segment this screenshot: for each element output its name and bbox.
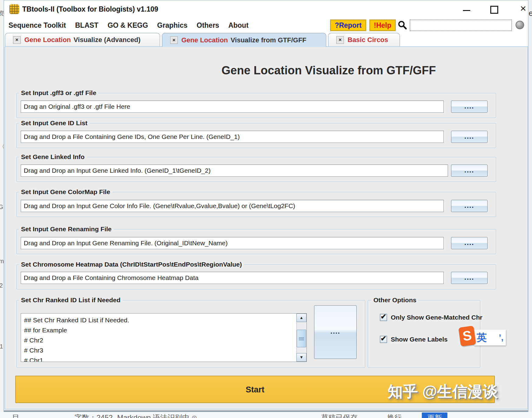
checkbox-show-gene-labels[interactable]: ✔	[380, 336, 387, 343]
chromosome-heatmap-field[interactable]	[21, 272, 444, 284]
menu-go-kegg[interactable]: GO & KEGG	[103, 18, 152, 33]
tab-gene-location-visualize-gtf-gff[interactable]: × Gene Location Visualize from GTF/GFF	[162, 33, 326, 47]
menu-others[interactable]: Others	[192, 18, 224, 33]
tab-basic-circos[interactable]: × Basic Circos	[328, 33, 400, 47]
chr-ranked-browse-button[interactable]: ....	[314, 305, 357, 359]
group-label: Set Chromosome Heatmap Data (ChrID\tStar…	[19, 261, 244, 268]
tab-close-icon[interactable]: ×	[13, 36, 21, 44]
window-title: TBtools-II (Toolbox for Biologists) v1.1…	[22, 0, 158, 18]
menu-about[interactable]: About	[224, 18, 253, 33]
ime-logo-icon: S	[458, 326, 476, 346]
check-icon: ✔	[380, 314, 387, 320]
gene-renaming-browse-button[interactable]: ....	[451, 237, 488, 249]
tab-label-highlight: Gene Location	[24, 36, 71, 44]
tab-label-highlight: Basic Circos	[348, 36, 388, 44]
thumb-grip-icon	[299, 337, 304, 340]
background-statusbar: 目 字数：2452 Markdown 语法识别中 ⊙ 草稿已保存 换行 更新	[0, 412, 532, 418]
tab-close-icon[interactable]: ×	[170, 36, 178, 44]
gene-linked-info-field[interactable]	[21, 165, 448, 177]
background-word-count: 字数：2452	[75, 413, 113, 418]
minimize-button[interactable]	[463, 10, 470, 11]
textarea-line: # Chr1	[21, 355, 306, 362]
close-button[interactable]: ×	[518, 3, 529, 14]
background-glyph: e	[529, 9, 532, 18]
help-button[interactable]: !Help	[369, 19, 396, 31]
background-glyph: G	[0, 204, 3, 211]
group-label: Set Input Gene ColorMap File	[19, 188, 112, 196]
checkbox-only-show-gene-matched-chr[interactable]: ✔	[380, 314, 387, 321]
screen: 资 〈 G m 2 1 e TBtools-II (Toolbox for Bi…	[0, 0, 532, 418]
background-glyph: 〈	[0, 143, 4, 151]
textarea-line: # Chr2	[21, 335, 306, 345]
check-icon: ✔	[380, 335, 387, 342]
chr-ranked-textarea[interactable]: ## Set Chr Ranked ID List if Needed. ## …	[21, 313, 307, 362]
menu-graphics[interactable]: Graphics	[152, 18, 192, 33]
gene-renaming-field[interactable]	[21, 237, 444, 249]
menu-blast[interactable]: BLAST	[71, 18, 103, 33]
gene-colormap-browse-button[interactable]: ....	[451, 200, 488, 212]
tab-close-icon[interactable]: ×	[336, 36, 344, 44]
group-label: Set Gene Linked Info	[19, 153, 87, 161]
textarea-line: ## for Example	[21, 325, 306, 335]
background-left-strip: 资 〈 G m 2 1	[0, 0, 4, 418]
background-glyph: m	[0, 258, 4, 265]
ime-punctuation-icon: ’,	[499, 333, 503, 342]
scrollbar-thumb[interactable]	[297, 330, 306, 347]
tab-gene-location-visualize-advanced[interactable]: × Gene Location Visualize (Advanced)	[5, 33, 160, 47]
background-glyph: 1	[0, 343, 3, 350]
tab-label-highlight: Gene Location	[181, 36, 228, 44]
report-button[interactable]: ?Report	[330, 19, 366, 31]
gene-id-list-field[interactable]	[21, 131, 444, 143]
background-wrap-label: 换行	[387, 413, 402, 418]
ime-mode-indicator[interactable]: 英	[477, 331, 487, 345]
tab-label: Visualize (Advanced)	[74, 36, 141, 44]
gene-linked-browse-button[interactable]: ....	[451, 165, 488, 177]
group-label: Set Input Gene Renaming File	[19, 225, 114, 233]
background-update-button[interactable]: 更新	[422, 413, 447, 418]
gene-id-browse-button[interactable]: ....	[451, 131, 488, 143]
tab-label: Visualize from GTF/GFF	[231, 36, 306, 44]
title-bar: TBtools-II (Toolbox for Biologists) v1.1…	[4, 0, 528, 18]
background-markdown-status: Markdown 语法识别中 ⊙	[117, 413, 197, 418]
app-icon	[9, 4, 19, 14]
gene-colormap-field[interactable]	[21, 200, 444, 212]
page-title: Gene Location Visualize from GTF/GFF	[128, 64, 530, 79]
textarea-line: ## Set Chr Ranked ID List if Needed.	[21, 315, 306, 325]
background-right-strip: e	[528, 0, 532, 418]
background-saved-status: 草稿已保存	[321, 413, 358, 418]
background-glyph: 2	[0, 282, 3, 289]
scroll-up-button[interactable]: ▲	[296, 314, 306, 322]
menu-sequence-toolkit[interactable]: Sequence Toolkit	[4, 18, 71, 33]
gff-file-field[interactable]	[21, 101, 444, 113]
group-label: Other Options	[371, 296, 418, 304]
zhihu-watermark: 知乎 @生信漫谈	[304, 381, 498, 406]
checkbox-label: Show Gene Labels	[391, 335, 448, 343]
scroll-down-button[interactable]: ▼	[296, 353, 306, 362]
background-doc-icon: 目	[12, 413, 19, 418]
group-label: Set Chr Ranked ID List if Needed	[19, 296, 123, 304]
chromosome-heatmap-browse-button[interactable]: ....	[451, 272, 488, 284]
group-label: Set Input .gff3 or .gtf File	[19, 89, 98, 97]
group-label: Set Input Gene ID List	[19, 119, 89, 127]
search-icon[interactable]	[397, 20, 407, 30]
gff-browse-button[interactable]: ....	[451, 101, 488, 113]
ime-statusbar: 英 ’,	[474, 330, 506, 345]
checkbox-label: Only Show Gene-Matched Chr	[391, 314, 482, 321]
status-orb-icon[interactable]	[516, 21, 524, 29]
background-glyph: 资	[0, 9, 4, 17]
maximize-button[interactable]	[490, 6, 498, 14]
toolbox-search-input[interactable]	[410, 19, 512, 31]
textarea-line: # Chr3	[21, 345, 306, 355]
